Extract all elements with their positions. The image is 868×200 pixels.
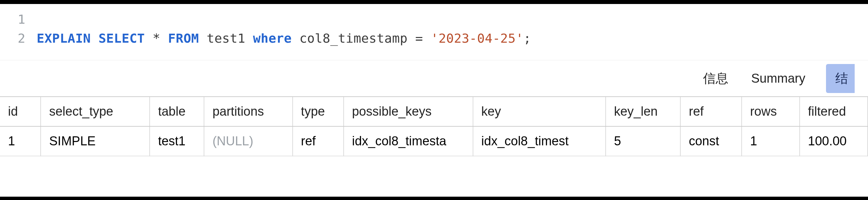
cell-key: idx_col8_timest <box>473 126 606 156</box>
cell-type: ref <box>293 126 344 156</box>
cell-partitions: (NULL) <box>204 126 292 156</box>
cell-ref: const <box>680 126 742 156</box>
result-table-wrap[interactable]: id select_type table partitions type pos… <box>0 97 868 156</box>
cell-table: test1 <box>150 126 204 156</box>
code-content[interactable]: EXPLAIN SELECT * FROM test1 where col8_t… <box>37 29 531 48</box>
col-header-key-len[interactable]: key_len <box>606 97 681 126</box>
col-header-possible-keys[interactable]: possible_keys <box>344 97 473 126</box>
table-header-row: id select_type table partitions type pos… <box>0 97 868 126</box>
cell-id: 1 <box>0 126 41 156</box>
cell-filtered: 100.00 <box>800 126 868 156</box>
window-bottom-border <box>0 197 868 200</box>
tab-summary[interactable]: Summary <box>749 68 807 89</box>
token-punct: ; <box>523 31 531 46</box>
token-star: * <box>153 31 160 46</box>
token-punct: = <box>415 31 423 46</box>
col-header-key[interactable]: key <box>473 97 606 126</box>
sql-editor[interactable]: 1 2 EXPLAIN SELECT * FROM test1 where co… <box>0 4 868 60</box>
col-header-type[interactable]: type <box>293 97 344 126</box>
cell-rows: 1 <box>742 126 800 156</box>
col-header-filtered[interactable]: filtered <box>800 97 868 126</box>
token-kw: SELECT <box>98 31 145 46</box>
col-header-id[interactable]: id <box>0 97 41 126</box>
code-line: 2 EXPLAIN SELECT * FROM test1 where col8… <box>0 29 868 48</box>
cell-possible-keys: idx_col8_timesta <box>344 126 473 156</box>
explain-result-table: id select_type table partitions type pos… <box>0 97 868 156</box>
col-header-partitions[interactable]: partitions <box>204 97 292 126</box>
token-ident: col8_timestamp <box>299 31 408 46</box>
col-header-table[interactable]: table <box>150 97 204 126</box>
code-line: 1 <box>0 10 868 29</box>
line-number: 1 <box>0 10 37 29</box>
token-str: '2023-04-25' <box>431 31 523 46</box>
col-header-ref[interactable]: ref <box>680 97 742 126</box>
tab-result[interactable]: 结 <box>826 64 855 93</box>
token-kw: FROM <box>168 31 199 46</box>
token-ident: test1 <box>207 31 245 46</box>
col-header-rows[interactable]: rows <box>742 97 800 126</box>
cell-select-type: SIMPLE <box>41 126 150 156</box>
col-header-select-type[interactable]: select_type <box>41 97 150 126</box>
table-row[interactable]: 1 SIMPLE test1 (NULL) ref idx_col8_times… <box>0 126 868 156</box>
window-top-border <box>0 0 868 4</box>
tab-info[interactable]: 信息 <box>701 67 730 90</box>
token-kw: EXPLAIN <box>37 31 91 46</box>
result-tabs: 信息 Summary 结 <box>0 60 868 97</box>
line-number: 2 <box>0 29 37 48</box>
cell-key-len: 5 <box>606 126 681 156</box>
token-kw2: where <box>253 31 292 46</box>
